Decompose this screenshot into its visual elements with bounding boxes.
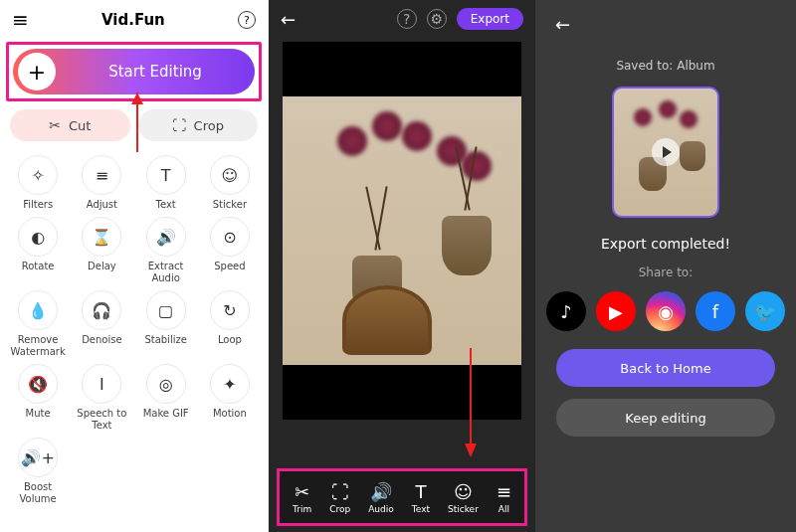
- export-button[interactable]: Export: [457, 8, 523, 30]
- tool-boost-volume[interactable]: 🔊+Boost Volume: [6, 438, 70, 505]
- tool-icon: ☺: [454, 481, 473, 502]
- tool-sticker[interactable]: ☺Sticker: [198, 155, 262, 211]
- social-share-row: ♪▶◉f🐦: [546, 291, 785, 331]
- bottom-toolbar: ✂Trim⛶Crop🔊AudioTText☺Sticker≡All: [277, 468, 527, 526]
- app-title: Vid.Fun: [101, 11, 165, 29]
- tool-filters[interactable]: ✧Filters: [6, 155, 70, 211]
- tool-adjust[interactable]: ≡Adjust: [70, 155, 133, 211]
- tool-label: Trim: [293, 504, 311, 514]
- crop-button[interactable]: ⛶Crop: [138, 109, 259, 141]
- svg-marker-3: [465, 443, 477, 457]
- tool-label: All: [498, 504, 509, 514]
- tool-speech-to-text[interactable]: ISpeech to Text: [70, 364, 133, 432]
- tool-mute[interactable]: 🔇Mute: [6, 364, 70, 432]
- tool-motion[interactable]: ✦Motion: [198, 364, 262, 432]
- btm-tool-crop[interactable]: ⛶Crop: [329, 481, 350, 514]
- back-to-home-button[interactable]: Back to Home: [556, 349, 775, 387]
- tool-label: Text: [156, 199, 176, 211]
- tool-grid: ✧Filters≡AdjustTText☺Sticker◐Rotate⌛Dela…: [0, 147, 268, 513]
- keep-editing-button[interactable]: Keep editing: [556, 399, 775, 437]
- tool-label: Text: [412, 504, 430, 514]
- export-complete-panel: ← Saved to: Album Export completed! Shar…: [535, 0, 796, 532]
- share-instagram-button[interactable]: ◉: [646, 291, 686, 331]
- tool-icon: ▢: [146, 290, 186, 330]
- tool-label: Denoise: [82, 334, 121, 346]
- tool-label: Sticker: [213, 199, 247, 211]
- tool-icon: 🔊+: [18, 438, 58, 477]
- btm-tool-all[interactable]: ≡All: [497, 481, 511, 514]
- tool-icon: ✦: [210, 364, 250, 404]
- btm-tool-audio[interactable]: 🔊Audio: [368, 481, 394, 514]
- start-editing-label: Start Editing: [56, 63, 255, 81]
- tool-label: Loop: [218, 334, 242, 346]
- tool-label: Extract Audio: [134, 261, 198, 284]
- tool-icon: ⊙: [210, 217, 250, 257]
- home-panel: ≡ Vid.Fun ? + Start Editing ✂Cut ⛶Crop ✧…: [0, 0, 269, 532]
- btm-tool-text[interactable]: TText: [412, 481, 430, 514]
- tool-icon: ☺: [210, 155, 250, 195]
- tool-icon: 🔊: [370, 481, 392, 502]
- tool-icon: 🔇: [18, 364, 58, 404]
- tool-remove-watermark[interactable]: 💧Remove Watermark: [6, 290, 70, 358]
- tool-label: Adjust: [87, 199, 117, 211]
- tool-rotate[interactable]: ◐Rotate: [6, 217, 70, 284]
- tool-icon: ⌛: [82, 217, 121, 257]
- play-icon: [652, 138, 680, 166]
- btm-tool-sticker[interactable]: ☺Sticker: [448, 481, 479, 514]
- share-to-label: Share to:: [639, 266, 694, 279]
- share-youtube-button[interactable]: ▶: [596, 291, 636, 331]
- tool-extract-audio[interactable]: 🔊Extract Audio: [134, 217, 198, 284]
- share-tiktok-button[interactable]: ♪: [546, 291, 586, 331]
- tool-icon: 🔊: [146, 217, 186, 257]
- cut-button[interactable]: ✂Cut: [10, 109, 130, 141]
- tool-icon: ⛶: [331, 481, 349, 502]
- exported-thumbnail[interactable]: [612, 87, 719, 218]
- tool-icon: I: [82, 364, 121, 404]
- export-completed-label: Export completed!: [601, 236, 730, 252]
- saved-to-label: Saved to: Album: [616, 59, 714, 73]
- share-facebook-button[interactable]: f: [696, 291, 735, 331]
- tool-loop[interactable]: ↻Loop: [198, 290, 262, 358]
- share-twitter-button[interactable]: 🐦: [745, 291, 785, 331]
- tool-label: Delay: [88, 261, 116, 272]
- tool-label: Remove Watermark: [6, 334, 70, 358]
- tool-label: Motion: [213, 408, 247, 420]
- tool-stabilize[interactable]: ▢Stabilize: [134, 290, 198, 358]
- btm-tool-trim[interactable]: ✂Trim: [293, 481, 311, 514]
- tool-label: Sticker: [448, 504, 479, 514]
- help-icon[interactable]: ?: [397, 9, 417, 29]
- scissors-icon: ✂: [49, 117, 61, 133]
- tool-icon: T: [415, 481, 426, 502]
- help-icon[interactable]: ?: [238, 11, 256, 29]
- annotation-highlight: + Start Editing: [6, 42, 262, 101]
- tool-icon: ✧: [18, 155, 58, 195]
- tool-label: Stabilize: [144, 334, 186, 346]
- tool-delay[interactable]: ⌛Delay: [70, 217, 133, 284]
- tool-text[interactable]: TText: [134, 155, 198, 211]
- tool-label: Speed: [214, 261, 245, 272]
- crop-label: Crop: [194, 118, 224, 133]
- cut-label: Cut: [69, 118, 91, 133]
- crop-icon: ⛶: [172, 117, 186, 133]
- tool-icon: 💧: [18, 290, 58, 330]
- settings-icon[interactable]: ⚙: [427, 9, 447, 29]
- tool-icon: ↻: [210, 290, 250, 330]
- tool-icon: 🎧: [82, 290, 121, 330]
- tool-icon: ◐: [18, 217, 58, 257]
- video-preview[interactable]: [283, 42, 521, 420]
- back-icon[interactable]: ←: [555, 14, 570, 35]
- tool-icon: ✂: [295, 481, 309, 502]
- tool-make-gif[interactable]: ◎Make GIF: [134, 364, 198, 432]
- start-editing-button[interactable]: + Start Editing: [13, 49, 255, 94]
- menu-icon[interactable]: ≡: [12, 8, 29, 32]
- plus-icon: +: [18, 53, 56, 90]
- tool-icon: ◎: [146, 364, 186, 404]
- tool-label: Audio: [368, 504, 394, 514]
- back-icon[interactable]: ←: [281, 9, 296, 30]
- tool-denoise[interactable]: 🎧Denoise: [70, 290, 133, 358]
- tool-label: Filters: [23, 199, 53, 211]
- tool-speed[interactable]: ⊙Speed: [198, 217, 262, 284]
- tool-icon: ≡: [82, 155, 121, 195]
- tool-label: Mute: [26, 408, 51, 420]
- tool-label: Boost Volume: [6, 481, 70, 505]
